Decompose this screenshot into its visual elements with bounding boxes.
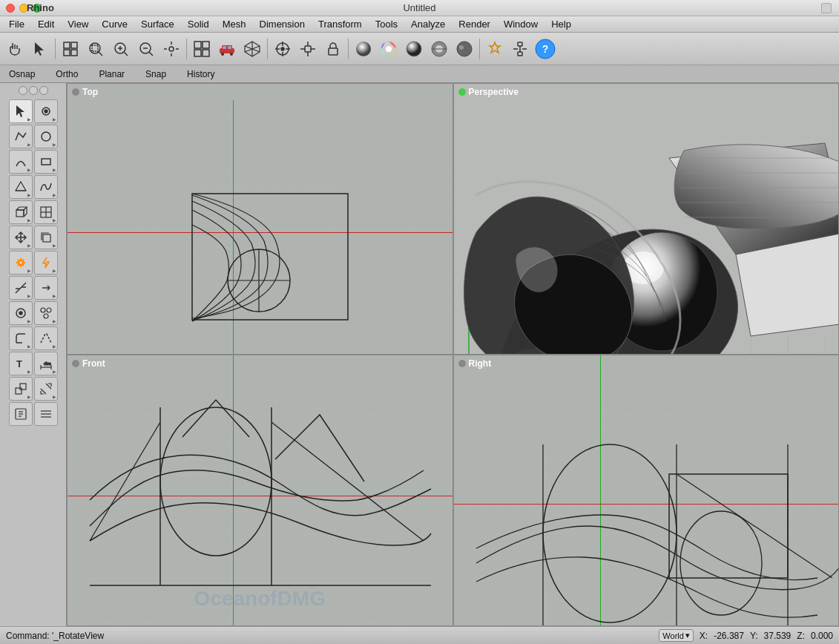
right-label: Right — [458, 358, 492, 369]
group-btn[interactable]: ▶ — [34, 301, 58, 325]
main-area: ▶ ▶ ▶ ▶ — [0, 83, 839, 626]
fillet-btn[interactable]: ▶ — [9, 326, 33, 350]
perspective-label: Perspective — [458, 87, 519, 97]
svg-rect-1 — [64, 42, 70, 48]
svg-line-6 — [99, 52, 102, 56]
menu-help[interactable]: Help — [545, 17, 577, 31]
render-mesh-btn[interactable] — [240, 37, 264, 61]
close-button[interactable] — [6, 4, 15, 13]
zoom-out-btn[interactable] — [134, 37, 158, 61]
display-mode2-btn[interactable] — [453, 37, 476, 61]
solid-box-btn[interactable]: ▶ — [9, 200, 33, 224]
menu-render[interactable]: Render — [453, 17, 496, 31]
dropdown-arrow-icon: ▾ — [685, 631, 690, 640]
viewport-layout-btn[interactable] — [190, 37, 214, 61]
options-btn[interactable] — [508, 37, 532, 61]
circle-tool-btn[interactable]: ▶ — [34, 125, 58, 148]
menu-surface[interactable]: Surface — [135, 17, 180, 31]
x-label: X: — [700, 631, 708, 641]
gumball-btn[interactable] — [296, 37, 320, 61]
line-tool-btn[interactable]: ▶ — [9, 125, 33, 148]
osnap-btn[interactable]: ▶ — [9, 301, 33, 325]
array-btn[interactable]: ▶ — [34, 377, 58, 401]
text-btn[interactable]: T ▶ — [9, 352, 33, 375]
hand-tool-btn[interactable] — [3, 37, 27, 61]
history-toggle[interactable]: History — [184, 68, 217, 80]
top-label: Top — [72, 87, 98, 97]
titlebar: Rhino Untitled — [0, 0, 839, 16]
menu-tools[interactable]: Tools — [369, 17, 404, 31]
point-tool-btn[interactable]: ▶ — [34, 99, 58, 123]
menu-edit[interactable]: Edit — [32, 17, 60, 31]
planar-toggle[interactable]: Planar — [96, 68, 128, 80]
mesh-tools-btn[interactable]: ▶ — [34, 200, 58, 224]
zoom-window-btn[interactable] — [84, 37, 108, 61]
trim-btn[interactable]: ▶ — [9, 276, 33, 300]
lightning-btn[interactable]: ▶ — [34, 251, 58, 275]
svg-rect-2 — [71, 42, 77, 48]
move-btn[interactable]: ▶ — [9, 226, 33, 249]
dimension-btn[interactable]: dim ▶ — [34, 352, 58, 375]
menu-solid[interactable]: Solid — [182, 17, 215, 31]
chamfer-btn[interactable]: ▶ — [34, 326, 58, 350]
svg-point-35 — [281, 47, 284, 50]
tool-row-9: ▶ ▶ — [9, 301, 58, 325]
arc-tool-btn[interactable]: ▶ — [9, 150, 33, 174]
svg-point-90 — [47, 308, 51, 312]
menu-curve[interactable]: Curve — [96, 17, 134, 31]
sidebar-min[interactable] — [29, 86, 38, 95]
material-btn[interactable] — [352, 37, 375, 61]
svg-rect-22 — [194, 50, 201, 56]
menu-window[interactable]: Window — [498, 17, 544, 31]
layers-btn[interactable] — [34, 402, 58, 426]
svg-point-150 — [543, 444, 677, 622]
tool-row-10: ▶ ▶ — [9, 326, 58, 350]
svg-rect-21 — [203, 42, 209, 48]
render-preview-btn[interactable] — [402, 37, 426, 61]
color-wheel-btn[interactable] — [377, 37, 401, 61]
zoom-extents-btn[interactable] — [59, 37, 82, 61]
render-settings-btn[interactable] — [483, 37, 507, 61]
menu-analyze[interactable]: Analyze — [405, 17, 451, 31]
copy-btn[interactable]: ▶ — [34, 226, 58, 249]
sidebar-close[interactable] — [19, 86, 27, 95]
extend-btn[interactable]: ▶ — [34, 276, 58, 300]
viewport-top[interactable]: Top — [67, 83, 453, 355]
lock-btn[interactable] — [321, 37, 345, 61]
cursor-snap-btn[interactable] — [271, 37, 295, 61]
select-tool-btn[interactable]: ▶ — [9, 99, 33, 123]
statusbar: Command: '_RotateView World ▾ X: -26.387… — [0, 626, 839, 644]
gear-tool-btn[interactable]: ▶ — [9, 251, 33, 275]
svg-point-88 — [19, 312, 22, 315]
viewport-perspective[interactable]: x y z — [453, 83, 840, 355]
viewport-front[interactable]: Front OceanofDMG — [67, 355, 453, 626]
world-selector[interactable]: World ▾ — [659, 629, 694, 642]
ortho-toggle[interactable]: Ortho — [53, 68, 81, 80]
help-btn[interactable]: ? — [533, 37, 557, 61]
svg-rect-20 — [194, 42, 201, 48]
rect-tool-btn[interactable]: ▶ — [34, 150, 58, 174]
surface-from-corner-btn[interactable]: ▶ — [9, 175, 33, 199]
pan-btn[interactable] — [159, 37, 183, 61]
freeform-surface-btn[interactable]: ▶ — [34, 175, 58, 199]
menu-file[interactable]: File — [3, 17, 30, 31]
sidebar-max[interactable] — [39, 86, 48, 95]
svg-marker-0 — [35, 42, 44, 56]
menu-dimension[interactable]: Dimension — [254, 17, 311, 31]
menu-mesh[interactable]: Mesh — [217, 17, 252, 31]
menu-view[interactable]: View — [62, 17, 94, 31]
tool-row-1: ▶ ▶ — [9, 99, 58, 123]
svg-rect-56 — [518, 42, 522, 46]
car-btn[interactable] — [215, 37, 239, 61]
svg-point-48 — [386, 46, 392, 52]
block-btn[interactable]: ▶ — [9, 377, 33, 401]
properties-panel-btn[interactable] — [9, 402, 33, 426]
select-tool-btn[interactable] — [28, 37, 52, 61]
resize-button[interactable] — [821, 3, 832, 13]
display-mode-btn[interactable] — [427, 37, 451, 61]
snap-toggle[interactable]: Snap — [142, 68, 169, 80]
viewport-right[interactable]: y Right — [453, 355, 840, 626]
zoom-in-btn[interactable] — [109, 37, 133, 61]
menu-transform[interactable]: Transform — [312, 17, 368, 31]
osnap-toggle[interactable]: Osnap — [6, 68, 38, 80]
